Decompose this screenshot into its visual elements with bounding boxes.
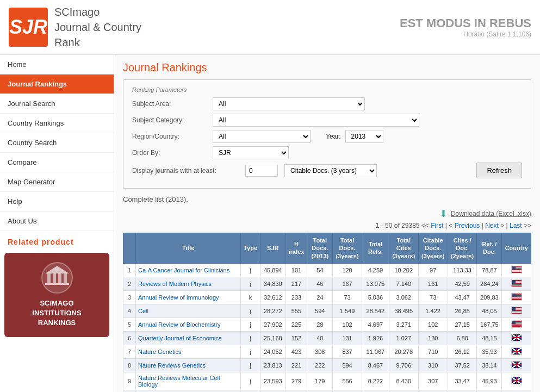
title-cell: Chemical Reviews <box>136 390 241 392</box>
related-product-banner[interactable]: SCIMAGOINSTITUTIONSRANKINGS <box>4 253 109 337</box>
sjr-cell: 45,894 <box>260 263 285 277</box>
order-select[interactable]: SJR <box>213 146 289 159</box>
td3y-cell: 837 <box>333 345 362 358</box>
td3y-cell: 594 <box>333 358 362 372</box>
journal-link[interactable]: Nature Genetics <box>138 349 181 355</box>
tr-cell: 13.075 <box>362 277 389 290</box>
type-cell: j <box>241 345 260 358</box>
rd-cell: 48,05 <box>477 304 502 318</box>
site-name-line1: SCImago <box>54 4 141 20</box>
table-row: 7 Nature Genetics j 24,052 423 308 837 1… <box>123 345 531 358</box>
nav-home[interactable]: Home <box>0 55 114 74</box>
rd-cell: 284,24 <box>477 277 502 290</box>
th-country: Country <box>502 233 531 264</box>
nav-journal-search[interactable]: Journal Search <box>0 94 114 114</box>
subject-area-select[interactable]: All <box>213 97 365 110</box>
journal-link[interactable]: Annual Review of Biochemistry <box>138 321 221 328</box>
nav-compare[interactable]: Compare <box>0 153 114 172</box>
journal-link[interactable]: Nature Reviews Molecular Cell Biology <box>138 375 220 388</box>
last-link[interactable]: Last <box>510 222 522 229</box>
h-cell: 233 <box>285 290 307 304</box>
first-link[interactable]: First <box>431 222 443 229</box>
type-cell: k <box>241 290 260 304</box>
journal-link[interactable]: Reviews of Modern Physics <box>138 281 212 287</box>
cd3y-cell: 102 <box>418 318 448 331</box>
svg-rect-1 <box>47 273 51 283</box>
journal-link[interactable]: Cell <box>138 308 148 314</box>
subject-category-label: Subject Category: <box>132 116 208 124</box>
display-row: Display journals with at least: Citable … <box>132 163 522 178</box>
journal-link[interactable]: Ca-A Cancer Journal for Clinicians <box>138 267 229 273</box>
rank-cell: 2 <box>123 277 136 290</box>
th-sjr: SJR <box>260 233 285 264</box>
td3y-cell: 167 <box>333 277 362 290</box>
type-cell: j <box>241 331 260 345</box>
nav-help[interactable]: Help <box>0 192 114 211</box>
journal-link[interactable]: Quarterly Journal of Economics <box>138 335 221 341</box>
motto-main: EST MODUS IN REBUS <box>400 16 531 30</box>
tr-cell: 4.697 <box>362 318 389 331</box>
cd2y-cell: 6,80 <box>448 331 477 345</box>
rank-cell: 9 <box>123 372 136 390</box>
cd3y-cell: 1.422 <box>418 304 448 318</box>
nav-journal-rankings[interactable]: Journal Rankings <box>0 74 114 94</box>
display-metric-select[interactable]: Citable Docs. (3 years) <box>284 164 377 177</box>
next-link[interactable]: Next <box>485 222 499 229</box>
country-cell <box>502 390 531 392</box>
previous-link[interactable]: Previous <box>455 222 480 229</box>
sjr-cell: 28,272 <box>260 304 285 318</box>
country-cell <box>502 318 531 331</box>
th-cd2y: Cites / Doc. (2years) <box>448 233 477 264</box>
tr-cell: 87.486 <box>362 390 389 392</box>
motto-sub: Horatio (Satire 1,1,106) <box>400 30 531 38</box>
th-h: H index <box>285 233 307 264</box>
tc3y-cell: 20.278 <box>389 345 419 358</box>
rd-cell: 167,75 <box>477 318 502 331</box>
year-select[interactable]: 2013 <box>345 130 383 143</box>
rank-cell: 4 <box>123 304 136 318</box>
tc3y-cell: 9.706 <box>389 358 419 372</box>
nav-map-generator[interactable]: Map Generator <box>0 172 114 192</box>
nav-country-search[interactable]: Country Search <box>0 133 114 153</box>
journal-link[interactable]: Nature Reviews Genetics <box>138 362 206 369</box>
subject-area-label: Subject Area: <box>132 100 208 108</box>
cd2y-cell: 45,62 <box>448 390 477 392</box>
td2013-cell: 28 <box>307 318 333 331</box>
sjr-cell: 32,612 <box>260 290 285 304</box>
cd2y-cell: 26,85 <box>448 304 477 318</box>
flag-us <box>511 307 522 314</box>
region-select[interactable]: All <box>213 130 311 143</box>
svg-rect-3 <box>58 273 61 283</box>
type-cell: j <box>241 358 260 372</box>
td2013-cell: 24 <box>307 290 333 304</box>
type-cell: j <box>241 304 260 318</box>
cd3y-cell: 73 <box>418 290 448 304</box>
td3y-cell: 599 <box>333 390 362 392</box>
country-cell <box>502 345 531 358</box>
td3y-cell: 73 <box>333 290 362 304</box>
cd3y-cell: 307 <box>418 372 448 390</box>
h-cell: 225 <box>285 318 307 331</box>
table-row: 6 Quarterly Journal of Economics j 25,16… <box>123 331 531 345</box>
display-number-input[interactable] <box>245 165 278 177</box>
download-link[interactable]: Download data (Excel .xlsx) <box>451 210 531 217</box>
tc3y-cell: 8.430 <box>389 372 419 390</box>
refresh-button[interactable]: Refresh <box>476 163 522 178</box>
rd-cell: 394,08 <box>477 390 502 392</box>
type-cell: j <box>241 318 260 331</box>
type-cell: j <box>241 263 260 277</box>
tc3y-cell: 3.062 <box>389 290 419 304</box>
country-cell <box>502 372 531 390</box>
nav-country-rankings[interactable]: Country Rankings <box>0 114 114 133</box>
tc3y-cell: 3.271 <box>389 318 419 331</box>
cd3y-cell: 570 <box>418 390 448 392</box>
subject-category-select[interactable]: All <box>213 114 419 127</box>
sjr-cell: 25,168 <box>260 331 285 345</box>
page-title: Journal Rankings <box>123 61 531 74</box>
flag-us <box>511 293 522 301</box>
th-cd3y: Citable Docs. (3years) <box>418 233 448 264</box>
tr-cell: 8.222 <box>362 372 389 390</box>
journal-link[interactable]: Annual Review of Immunology <box>138 294 219 301</box>
nav-about-us[interactable]: About Us <box>0 211 114 231</box>
td2013-cell: 222 <box>307 358 333 372</box>
